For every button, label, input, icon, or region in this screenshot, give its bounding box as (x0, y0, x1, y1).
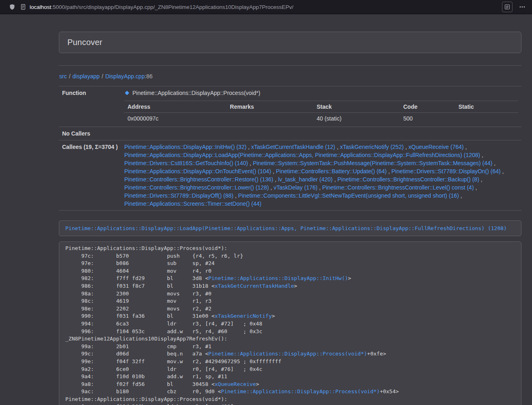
callee-link[interactable]: Pinetime::Components::LittleVgl::SetNewT… (238, 192, 459, 199)
code-section-header-link[interactable]: Pinetime::Applications::DisplayApp::Load… (65, 225, 507, 231)
callee-separator: , (459, 192, 462, 199)
stats-value-code: 500 (400, 113, 455, 125)
callee-link[interactable]: Pinetime::Applications::DisplayApp::Load… (124, 152, 480, 158)
callee-link[interactable]: Pinetime::Controllers::Battery::Update()… (276, 168, 387, 174)
callee-separator: , (246, 144, 251, 150)
url-bar[interactable]: localhost:5000/path/src/displayapp/Displ… (20, 1, 497, 13)
url-path: :5000/path/src/displayapp/DisplayApp.cpp… (51, 4, 293, 10)
function-label: Function (59, 86, 121, 127)
tracking-protection-shield-icon[interactable] (9, 4, 15, 10)
callee-separator: , (233, 192, 238, 199)
no-callers-row: No Callers (59, 127, 521, 140)
stats-value-stack: 40 (static) (313, 113, 400, 125)
callees-label: Callees (19, Σ=3704 ) (59, 140, 121, 211)
code-symbol-link[interactable]: xQueueReceive (215, 381, 256, 387)
callee-link[interactable]: lv_task_handler (420) (278, 176, 333, 183)
stats-header-row: Address Remarks Stack Code Static (124, 101, 518, 113)
callee-separator: , (479, 176, 482, 183)
callee-separator: , (248, 160, 253, 166)
callee-link[interactable]: Pinetime::Applications::DisplayApp::Init… (124, 144, 246, 150)
callee-separator: , (404, 144, 409, 150)
callee-separator: , (501, 168, 504, 174)
stats-header-static: Static (455, 101, 518, 113)
url-host: localhost (30, 4, 51, 10)
url-text: localhost:5000/path/src/displayapp/Displ… (30, 4, 293, 10)
stats-value-row: 0x0000097c 40 (static) 500 (124, 113, 518, 125)
browser-toolbar: localhost:5000/path/src/displayapp/Displ… (0, 0, 532, 14)
function-row: Function Pinetime::Applications::Display… (59, 86, 521, 127)
stats-header-remarks: Remarks (227, 101, 314, 113)
code-symbol-link[interactable]: xTaskGenericNotify (215, 313, 272, 319)
callee-separator: , (387, 168, 392, 174)
callee-separator: , (271, 168, 276, 174)
page-container: Puncover src/displayapp/DisplayApp.cpp:8… (59, 32, 521, 405)
no-callers-cell (121, 127, 521, 140)
callee-link[interactable]: Pinetime::Controllers::BrightnessControl… (337, 176, 479, 183)
function-info-table: Function Pinetime::Applications::Display… (59, 86, 521, 211)
code-symbol-link[interactable]: Pinetime::Applications::DisplayApp::Proc… (221, 388, 380, 394)
disassembly-code: Pinetime::Applications::DisplayApp::Proc… (65, 245, 515, 405)
divider (59, 65, 521, 66)
site-identity-page-icon[interactable] (20, 4, 26, 10)
breadcrumb-line-number: :86 (145, 73, 153, 80)
callee-link[interactable]: vTaskDelay (176) (274, 184, 317, 191)
callee-link[interactable]: Pinetime::Controllers::BrightnessControl… (124, 176, 273, 183)
breadcrumb-file-link[interactable]: DisplayApp.cpp (105, 73, 144, 80)
page-actions-menu-icon[interactable] (517, 4, 527, 10)
callee-separator: , (333, 176, 338, 183)
code-section-header-panel: Pinetime::Applications::DisplayApp::Load… (59, 220, 521, 236)
stats-value-address: 0x0000097c (124, 113, 226, 125)
stats-header-code: Code (400, 101, 455, 113)
callee-link[interactable]: Pinetime::Controllers::BrightnessControl… (124, 184, 269, 191)
disassembly-panel: Pinetime::Applications::DisplayApp::Proc… (59, 241, 521, 405)
callees-row: Callees (19, Σ=3704 ) Pinetime::Applicat… (59, 140, 521, 211)
callee-link[interactable]: Pinetime::System::SystemTask::PushMessag… (253, 160, 493, 166)
stats-header-stack: Stack (313, 101, 400, 113)
breadcrumb-separator: / (102, 73, 103, 80)
callee-separator: , (464, 144, 467, 150)
reader-view-icon (504, 4, 510, 10)
callee-link[interactable]: xQueueReceive (764) (409, 144, 464, 150)
reader-view-button[interactable] (502, 2, 513, 12)
code-symbol-link[interactable]: Pinetime::Applications::DisplayApp::Proc… (208, 351, 367, 357)
callee-separator: , (273, 176, 278, 183)
stats-value-remarks (227, 113, 314, 125)
callee-link[interactable]: Pinetime::Applications::Screens::Timer::… (124, 200, 261, 207)
code-symbol-link[interactable]: xTaskGetCurrentTaskHandle (215, 283, 294, 289)
function-name: Pinetime::Applications::DisplayApp::Proc… (132, 89, 260, 97)
breadcrumb: src/displayapp/DisplayApp.cpp:86 (59, 72, 521, 80)
callee-separator: , (317, 184, 322, 191)
callee-link[interactable]: Pinetime::Applications::DisplayApp::OnTo… (124, 168, 271, 174)
callee-separator: , (492, 160, 495, 166)
function-details-cell: Pinetime::Applications::DisplayApp::Proc… (121, 86, 521, 127)
app-header-panel: Puncover (59, 32, 521, 53)
function-stats-table: Address Remarks Stack Code Static 0x0000… (124, 101, 518, 124)
breadcrumb-separator: / (69, 73, 71, 80)
app-title: Puncover (67, 38, 513, 47)
no-callers-label: No Callers (59, 127, 121, 140)
function-icon (124, 90, 130, 96)
callee-link[interactable]: xTaskGetCurrentTaskHandle (12) (251, 144, 335, 150)
breadcrumb-displayapp-link[interactable]: displayapp (73, 73, 100, 80)
callees-list: Pinetime::Applications::DisplayApp::Init… (121, 140, 521, 211)
code-symbol-link[interactable]: Pinetime::Applications::DisplayApp::Init… (208, 275, 348, 281)
callee-link[interactable]: Pinetime::Drivers::St7789::DisplayOff() … (124, 192, 233, 199)
breadcrumb-src-link[interactable]: src (59, 73, 67, 80)
callee-separator: , (480, 152, 483, 158)
stats-value-static (455, 113, 518, 125)
callee-link[interactable]: Pinetime::Drivers::Cst816S::GetTouchInfo… (124, 160, 248, 166)
callee-separator: , (474, 184, 477, 191)
stats-header-address: Address (124, 101, 226, 113)
callee-link[interactable]: Pinetime::Drivers::St7789::DisplayOn() (… (392, 168, 501, 174)
callee-separator: , (269, 184, 274, 191)
callee-link[interactable]: xTaskGenericNotify (252) (340, 144, 404, 150)
callee-separator: , (335, 144, 340, 150)
callee-link[interactable]: Pinetime::Controllers::BrightnessControl… (322, 184, 474, 191)
